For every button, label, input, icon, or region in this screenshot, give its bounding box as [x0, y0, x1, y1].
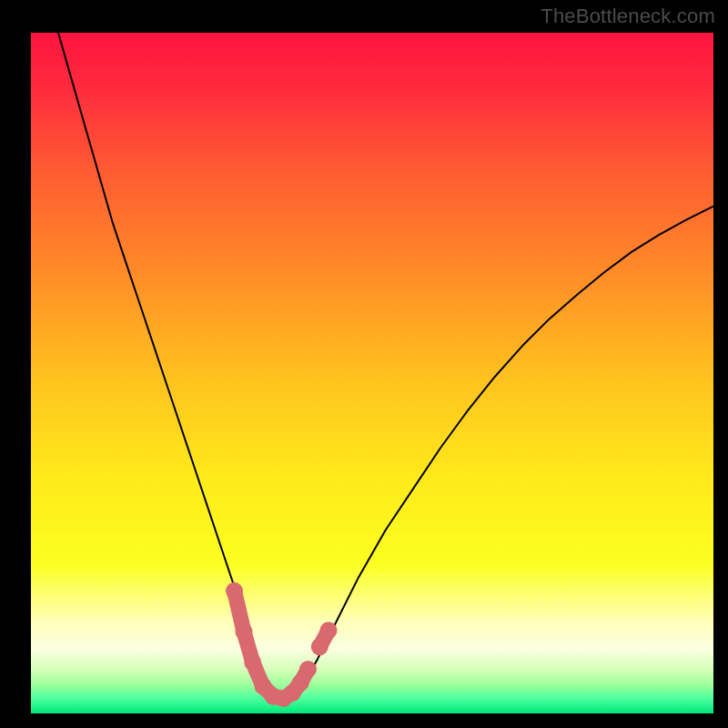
highlight-point [236, 623, 253, 641]
highlight-point [299, 661, 317, 678]
chart-frame: TheBottleneck.com [0, 0, 728, 728]
highlight-point [311, 638, 329, 655]
plot-area [31, 33, 713, 713]
bottleneck-curve [58, 33, 713, 700]
highlight-point [244, 653, 261, 671]
curve-layer [31, 33, 713, 713]
highlight-point [320, 622, 338, 639]
watermark-text: TheBottleneck.com [541, 5, 715, 28]
highlight-point [226, 582, 243, 600]
